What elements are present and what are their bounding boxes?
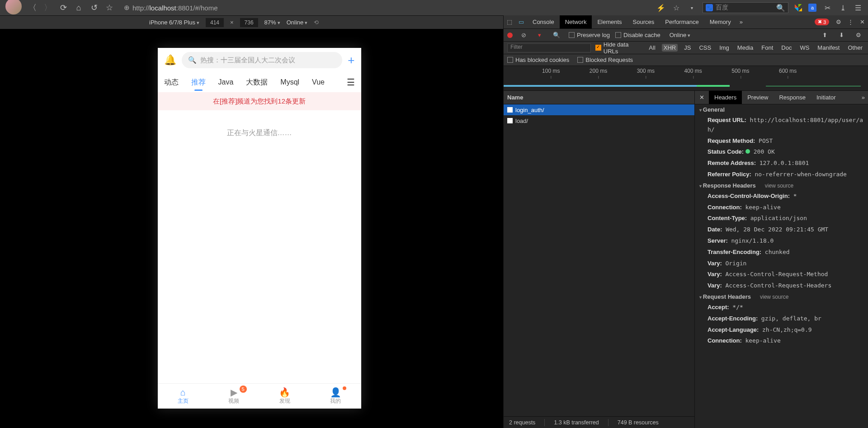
menu-icon[interactable]: ☰ [854,3,863,12]
filter-css[interactable]: CSS [697,44,713,52]
detail-more-icon[interactable]: » [859,94,868,101]
bottom-nav-发现[interactable]: 🔥发现 [259,384,311,409]
nav-label: 发现 [279,397,290,405]
download-har-icon[interactable]: ⬇ [836,32,847,38]
windows-icon[interactable] [795,4,802,11]
filter-ws[interactable]: WS [798,44,811,52]
device-select[interactable]: iPhone 6/7/8 Plus [149,19,199,26]
bottom-nav-我的[interactable]: 👤我的 [310,384,361,409]
home-icon[interactable]: ⌂ [74,3,83,13]
bookmark-star-icon[interactable]: ☆ [672,3,681,12]
dt-more-icon[interactable]: ⋮ [844,19,857,25]
record-icon[interactable] [507,33,513,38]
back-icon[interactable]: 〈 [28,2,37,13]
throttle-dropdown[interactable]: Online [670,32,691,38]
view-source-link[interactable]: view source [765,183,793,189]
hamburger-icon[interactable]: ☰ [347,77,355,88]
more-tabs-icon[interactable]: » [736,19,746,25]
list-header-name[interactable]: Name [504,91,694,104]
filter-doc[interactable]: Doc [779,44,793,52]
filter-icon[interactable]: ▾ [535,32,544,38]
detail-tab-preview[interactable]: Preview [742,91,774,104]
dt-tab-elements[interactable]: Elements [592,15,627,28]
close-detail-icon[interactable]: ✕ [695,94,709,101]
request-row[interactable]: login_auth/ [504,104,694,115]
preserve-log-checkbox[interactable]: Preserve log [569,32,610,38]
inspect-icon[interactable]: ⬚ [504,19,515,25]
app-search[interactable]: 🔍 热搜：十三届全国人大二次会议 [182,52,343,68]
filter-all[interactable]: All [647,44,657,52]
filter-other[interactable]: Other [846,44,864,52]
header-row: Accept-Encoding: gzip, deflate, br [695,313,868,325]
request-row[interactable]: load/ [504,115,694,126]
header-row: Accept: */* [695,302,868,313]
device-height[interactable]: 736 [240,18,258,27]
app-tab-Mysql[interactable]: Mysql [280,78,299,86]
app-tab-动态[interactable]: 动态 [164,78,179,87]
translate-icon[interactable]: a [808,4,816,12]
bottom-nav-视频[interactable]: ▶视频5 [208,384,259,409]
device-mode-icon[interactable]: ▭ [515,19,527,25]
filter-js[interactable]: JS [682,44,693,52]
app-tab-Java[interactable]: Java [218,78,234,86]
filter-xhr[interactable]: XHR [662,44,678,52]
dt-tab-sources[interactable]: Sources [627,15,660,28]
clear-icon[interactable]: ⊘ [518,32,529,38]
upload-icon[interactable]: ⬆ [819,32,830,38]
close-devtools-icon[interactable]: ✕ [857,19,868,25]
dt-tab-network[interactable]: Network [560,15,592,28]
search-icon[interactable]: 🔍 [550,32,563,38]
blocked-requests-checkbox[interactable]: Blocked Requests [577,56,633,63]
flash-icon[interactable]: ⚡ [656,3,665,12]
dt-tab-memory[interactable]: Memory [704,15,736,28]
avatar[interactable] [5,0,22,14]
detail-tab-initiator[interactable]: Initiator [811,91,841,104]
section-general[interactable]: General [695,104,868,115]
rotate-icon[interactable]: ⟲ [314,19,319,26]
forward-icon[interactable]: 〉 [43,2,52,13]
disable-cache-checkbox[interactable]: Disable cache [615,32,660,38]
app-tab-Vue[interactable]: Vue [312,78,325,86]
chevron-down-icon[interactable]: ▾ [687,3,696,12]
hide-data-urls-checkbox[interactable]: Hide data URLs [595,41,642,55]
dt-tab-console[interactable]: Console [527,15,560,28]
plus-icon[interactable]: + [348,53,354,67]
timeline-overview[interactable]: 100 ms200 ms300 ms400 ms500 ms600 ms [504,66,868,91]
url-bar[interactable]: ⊕ http://localhost:8801/#/home [120,2,650,14]
zoom-select[interactable]: 87% [264,19,280,26]
header-row: Remote Address: 127.0.0.1:8801 [695,158,868,169]
error-count[interactable]: ✖ 3 [815,19,829,25]
nav-icon: ▶ [231,388,237,397]
section-response-headers[interactable]: Response Headersview source [695,180,868,191]
view-source-link[interactable]: view source [760,294,788,300]
undo-icon[interactable]: ↺ [90,3,99,13]
filter-img[interactable]: Img [717,44,731,52]
filter-media[interactable]: Media [736,44,755,52]
gear-icon[interactable]: ⚙ [833,19,844,25]
dt-tab-performance[interactable]: Performance [660,15,704,28]
detail-tab-response[interactable]: Response [774,91,811,104]
device-width[interactable]: 414 [206,18,224,27]
star-icon[interactable]: ☆ [105,3,114,13]
filter-input[interactable]: Filter [507,43,591,52]
search-icon[interactable]: 🔍 [776,4,785,12]
request-name: load/ [515,118,528,124]
bell-icon[interactable]: 🔔 [164,54,176,66]
timeline-tick: 600 ms [779,68,797,74]
download-icon[interactable]: ⤓ [838,3,847,12]
detail-tab-headers[interactable]: Headers [709,91,742,104]
scissors-icon[interactable]: ✂ [823,3,832,12]
network-toolbar: ⊘ ▾ 🔍 Preserve log Disable cache Online … [504,29,868,42]
browser-search[interactable]: 🐾 百度 🔍 [703,2,788,13]
section-request-headers[interactable]: Request Headersview source [695,292,868,302]
reload-icon[interactable]: ⟳ [59,3,68,13]
has-blocked-cookies-checkbox[interactable]: Has blocked cookies [507,56,569,63]
filter-row-2: Has blocked cookies Blocked Requests [504,54,868,66]
throttle-select[interactable]: Online [287,19,308,26]
filter-font[interactable]: Font [760,44,775,52]
app-tab-大数据[interactable]: 大数据 [246,78,268,87]
bottom-nav-主页[interactable]: ⌂主页 [158,384,209,409]
filter-manifest[interactable]: Manifest [816,44,841,52]
settings-icon[interactable]: ⚙ [853,32,864,38]
app-tab-推荐[interactable]: 推荐 [191,78,206,87]
